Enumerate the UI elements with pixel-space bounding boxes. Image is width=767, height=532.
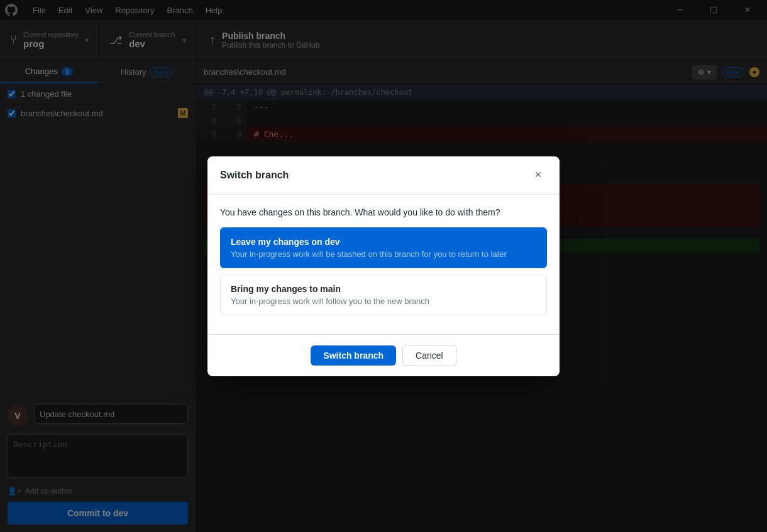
modal-overlay: Switch branch × You have changes on this… xyxy=(0,0,767,532)
modal-header: Switch branch × xyxy=(207,156,560,195)
cancel-button[interactable]: Cancel xyxy=(402,345,456,366)
option-leave-changes[interactable]: Leave my changes on dev Your in-progress… xyxy=(220,227,547,268)
option2-title: Bring my changes to main xyxy=(231,284,536,294)
modal-close-button[interactable]: × xyxy=(529,166,547,184)
option2-desc: Your in-progress work will follow you to… xyxy=(231,296,536,306)
modal-title: Switch branch xyxy=(220,170,289,181)
modal-question: You have changes on this branch. What wo… xyxy=(220,207,547,217)
option1-desc: Your in-progress work will be stashed on… xyxy=(231,249,536,259)
switch-branch-modal: Switch branch × You have changes on this… xyxy=(207,156,560,376)
option-bring-changes[interactable]: Bring my changes to main Your in-progres… xyxy=(220,274,547,315)
modal-footer: Switch branch Cancel xyxy=(207,334,560,376)
modal-body: You have changes on this branch. What wo… xyxy=(207,195,560,334)
option1-title: Leave my changes on dev xyxy=(231,237,536,247)
switch-branch-button[interactable]: Switch branch xyxy=(311,345,396,366)
